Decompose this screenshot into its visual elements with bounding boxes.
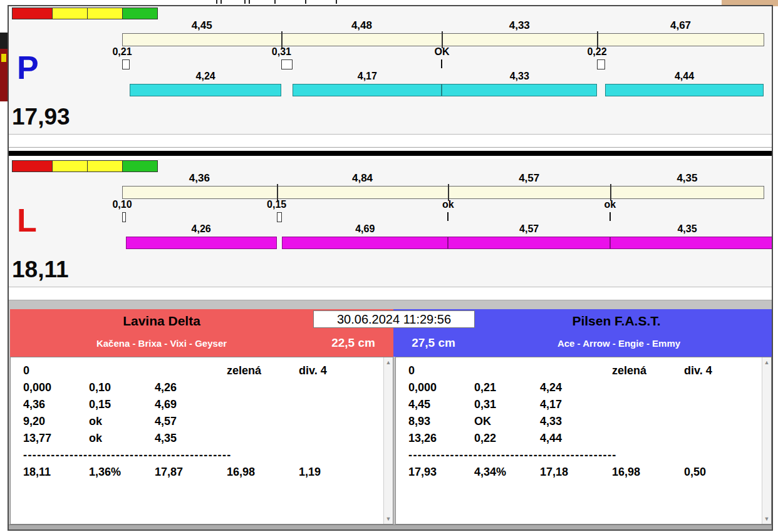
dog-time-label: 4,26	[192, 223, 211, 235]
team-name: Lavina Delta	[10, 314, 313, 329]
status-light-segment	[13, 8, 52, 19]
result-row: 0,0000,104,26	[23, 379, 383, 396]
lane-letter: P	[17, 51, 39, 84]
results-text: 0zelenádiv. 40,0000,104,264,360,154,699,…	[11, 357, 383, 524]
result-cell: 17,87	[155, 466, 227, 479]
dog-time-label: 4,33	[510, 71, 529, 82]
team-name: Pilsen F.A.S.T.	[466, 314, 767, 329]
result-cell: 1,36%	[89, 466, 155, 479]
result-cell: 16,98	[227, 466, 299, 479]
pass-gap-marker	[597, 59, 605, 69]
result-cell: 13,77	[23, 432, 89, 445]
start-lights	[12, 160, 158, 172]
split-time-label: 4,57	[519, 172, 539, 185]
pass-ok-tick	[609, 212, 611, 221]
pass-time-label: 0,21	[112, 46, 132, 58]
info-row: 0zelenádiv. 4	[408, 362, 762, 379]
result-cell: 4,45	[408, 398, 474, 411]
summary-row: 18,111,36%17,8716,981,19	[23, 464, 383, 481]
result-cell: 0,22	[474, 432, 540, 445]
result-cell: 4,17	[540, 398, 612, 411]
lane-L-section: L 18,11 4,364,844,574,350,100,15okok4,26…	[9, 159, 772, 300]
window-bottom-strip	[9, 524, 772, 529]
result-cell: 4,69	[155, 398, 227, 411]
dog-time-label: 4,24	[196, 71, 215, 82]
scroll-up-icon[interactable]: ▲	[384, 357, 393, 367]
background-sliver-yellow	[1, 54, 6, 62]
result-row: 0,0000,214,24	[408, 379, 762, 396]
result-row: 13,77ok4,35	[23, 430, 383, 447]
split-time-label: 4,45	[192, 19, 212, 32]
scrollbar[interactable]: ▲ ▼	[762, 357, 771, 524]
result-cell: 4,44	[540, 432, 612, 445]
lane-status-strip	[9, 134, 772, 146]
split-time-label: 4,84	[352, 172, 373, 185]
dog-time-label: 4,17	[358, 71, 377, 82]
scroll-up-icon[interactable]: ▲	[762, 357, 771, 367]
race-timestamp: 30.06.2024 11:29:56	[313, 310, 475, 328]
split-divider	[281, 31, 283, 48]
dog-time-bar	[448, 237, 610, 249]
lane-total-time: 18,11	[12, 257, 69, 283]
tick-mark	[220, 0, 222, 4]
status-light-segment	[13, 161, 52, 171]
pass-gap-marker	[122, 212, 126, 222]
split-divider	[277, 184, 278, 201]
pass-gap-marker	[122, 59, 130, 69]
scrollbar[interactable]: ▲ ▼	[383, 357, 393, 524]
result-cell: 16,98	[612, 466, 684, 479]
jump-height: 27,5 cm	[393, 336, 474, 350]
result-row: 9,20ok4,57	[23, 413, 383, 430]
scroll-down-icon[interactable]: ▼	[762, 514, 771, 524]
dog-time-label: 4,35	[677, 223, 697, 235]
dog-time-bar	[126, 237, 277, 249]
result-cell: zelená	[227, 364, 299, 377]
tick-mark	[249, 0, 250, 4]
pass-gap-marker	[277, 212, 282, 222]
result-cell: 4,35	[155, 432, 227, 445]
dog-time-label: 4,57	[519, 223, 539, 235]
result-row: 8,93OK4,33	[408, 413, 762, 430]
status-light-segment	[52, 8, 87, 19]
tick-mark	[336, 0, 337, 4]
result-row: 4,450,314,17	[408, 396, 762, 413]
result-cell: 17,93	[408, 466, 474, 479]
lane-divider	[9, 148, 772, 159]
result-cell: 0,31	[474, 398, 540, 411]
dog-time-bar	[610, 237, 773, 249]
status-light-segment	[122, 161, 157, 171]
pass-time-label: OK	[434, 46, 449, 58]
split-divider	[610, 184, 611, 201]
split-time-label: 4,48	[351, 19, 372, 32]
result-cell: 4,57	[155, 415, 227, 428]
status-light-segment	[87, 8, 122, 19]
pass-gap-marker	[281, 59, 293, 69]
lane-status-strip	[9, 287, 772, 299]
result-cell: 0	[408, 364, 474, 377]
scroll-down-icon[interactable]: ▼	[384, 514, 393, 524]
results-panel-right: 0zelenádiv. 40,0000,214,244,450,314,178,…	[395, 357, 772, 524]
result-cell: 13,26	[408, 432, 474, 445]
result-row: 13,260,224,44	[408, 430, 762, 447]
background-sliver-black	[0, 33, 8, 49]
separator-line: ----------------------------------------…	[408, 447, 762, 464]
status-light-segment	[87, 161, 122, 171]
separator-line: ----------------------------------------…	[23, 447, 383, 464]
lane-divider-bar	[9, 151, 772, 156]
dog-time-bar	[442, 84, 597, 96]
result-cell: 4,24	[540, 381, 612, 394]
result-cell: 4,34%	[474, 466, 540, 479]
jump-height: 22,5 cm	[313, 336, 393, 350]
dog-time-bar	[605, 84, 764, 96]
result-cell: 0,10	[89, 381, 155, 394]
result-cell: 4,26	[155, 381, 227, 394]
info-row: 0zelenádiv. 4	[23, 362, 383, 379]
team-dogs-line: Kačena - Brixa - Vixi - Geyser	[10, 338, 313, 349]
start-lights	[12, 8, 158, 19]
dog-time-bar	[130, 84, 281, 96]
dog-time-label: 4,69	[355, 223, 375, 235]
result-cell: 0,15	[89, 398, 155, 411]
result-cell: 17,18	[540, 466, 612, 479]
result-cell: OK	[474, 415, 540, 428]
dog-time-bar	[293, 84, 442, 96]
